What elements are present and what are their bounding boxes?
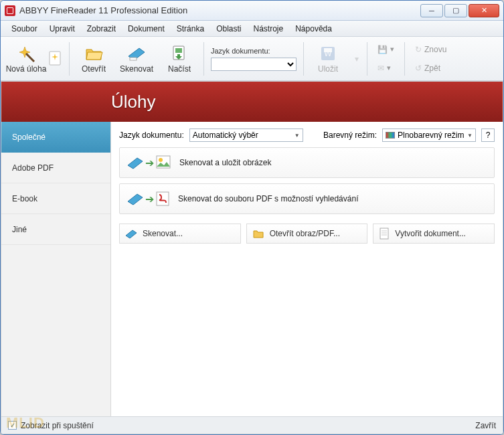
scanner-icon [127, 44, 146, 63]
panel-lang-select[interactable]: Automatický výběr▼ [189, 128, 303, 142]
sidebar-item-label: E-book [12, 194, 37, 203]
menu-oblasti[interactable]: Oblasti [211, 23, 246, 35]
save-icon: W [319, 44, 337, 63]
action-label: Otevřít obraz/PDF... [270, 229, 340, 238]
scanner-icon [127, 190, 144, 207]
load-label: Načíst [168, 64, 191, 74]
arrow-right-icon: ➔ [145, 193, 154, 205]
image-icon [155, 155, 171, 171]
folder-icon [252, 228, 264, 240]
folder-open-icon [84, 44, 103, 63]
lang-select[interactable] [211, 58, 297, 71]
panel-toolbar: Jazyk dokumentu: Automatický výběr▼ Bare… [119, 128, 495, 142]
save-split-1: 💾▾ [373, 41, 399, 58]
pdf-icon [155, 191, 170, 207]
menu-stranka[interactable]: Stránka [171, 23, 209, 35]
save-dropdown: ▾ [349, 39, 364, 78]
undo-button: ↺Zpět [410, 60, 451, 77]
menu-nastroje[interactable]: Nástroje [248, 23, 289, 35]
save-button: W Uložit [307, 39, 349, 78]
wand-icon [17, 44, 35, 63]
open-label: Otevřít [82, 64, 106, 74]
footer: ✓ Zobrazit při spuštění Zavřít [1, 416, 503, 434]
sidebar-item-jine[interactable]: Jiné [1, 214, 110, 245]
task-label: Skenovat do souboru PDF s možností vyhle… [178, 194, 358, 203]
sidebar-item-label: Jiné [12, 225, 27, 234]
disk-icon: 💾 [377, 45, 388, 54]
menu-dokument[interactable]: Dokument [122, 23, 170, 35]
sidebar-item-ebook[interactable]: E-book [1, 183, 110, 214]
load-button[interactable]: Načíst [158, 39, 201, 78]
save-split-2: ✉▾ [373, 60, 399, 77]
menu-soubor[interactable]: Soubor [6, 23, 43, 35]
main-area: Úlohy Společné Adobe PDF E-book Jiné Jaz… [1, 81, 503, 434]
sidebar-item-label: Společné [12, 133, 46, 142]
undo-icon: ↺ [415, 64, 422, 73]
chevron-down-icon: ▼ [467, 133, 473, 139]
close-button[interactable]: ✕ [469, 4, 499, 17]
svg-rect-6 [175, 48, 182, 53]
menu-upravit[interactable]: Upravit [44, 23, 80, 35]
task-scan-save-image[interactable]: ➔ Skenovat a uložit obrázek [119, 147, 495, 178]
page-title: Úlohy [111, 92, 155, 112]
scanner-icon [127, 154, 144, 171]
arrow-right-icon: ➔ [145, 157, 154, 169]
action-vytvorit[interactable]: Vytvořit dokument... [373, 224, 495, 244]
action-label: Skenovat... [143, 229, 183, 238]
new-task-dropdown[interactable] [48, 39, 66, 78]
minimize-button[interactable]: ─ [420, 4, 443, 17]
show-on-start-checkbox[interactable]: ✓ [8, 421, 17, 430]
panel-color-label: Barevný režim: [323, 130, 377, 140]
action-skenovat[interactable]: Skenovat... [119, 224, 241, 244]
menu-napoveda[interactable]: Nápověda [290, 23, 337, 35]
task-label: Skenovat a uložit obrázek [179, 158, 271, 167]
new-task-label: Nová úloha [6, 64, 47, 74]
svg-rect-13 [380, 228, 388, 239]
action-otevrit[interactable]: Otevřít obraz/PDF... [246, 224, 368, 244]
sidebar: Společné Adobe PDF E-book Jiné [1, 122, 111, 416]
window-title: ABBYY FineReader 11 Professional Edition [19, 5, 420, 15]
task-panel: Jazyk dokumentu: Automatický výběr▼ Bare… [111, 122, 503, 416]
menu-zobrazit[interactable]: Zobrazit [82, 23, 121, 35]
show-on-start-label: Zobrazit při spuštění [21, 421, 94, 430]
scan-button[interactable]: Skenovat [115, 39, 158, 78]
help-button[interactable]: ? [481, 128, 495, 142]
menubar: Soubor Upravit Zobrazit Dokument Stránka… [1, 21, 503, 37]
chevron-down-icon: ▼ [295, 133, 300, 139]
color-swatch-icon [386, 132, 395, 139]
sidebar-item-spolecne[interactable]: Společné [1, 122, 110, 153]
maximize-button[interactable]: ▢ [444, 4, 467, 17]
page-sparkle-icon [48, 50, 66, 68]
toolbar: Nová úloha Otevřít Skenovat Načíst [1, 37, 503, 81]
svg-rect-12 [157, 192, 169, 205]
redo-button: ↻Znovu [410, 41, 451, 58]
svg-line-1 [26, 54, 34, 62]
action-label: Vytvořit dokument... [395, 229, 466, 238]
new-task-button[interactable]: Nová úloha [5, 39, 48, 78]
scanner-icon [125, 228, 137, 240]
chevron-down-icon: ▾ [355, 54, 359, 64]
save-label: Uložit [318, 64, 338, 74]
panel-lang-label: Jazyk dokumentu: [119, 130, 184, 140]
redo-icon: ↻ [415, 45, 422, 54]
sidebar-item-label: Adobe PDF [12, 163, 54, 173]
titlebar: ABBYY FineReader 11 Professional Edition… [1, 1, 503, 21]
lang-label: Jazyk dokumentu: [211, 47, 297, 55]
sidebar-item-adobe-pdf[interactable]: Adobe PDF [1, 153, 110, 183]
panel-color-select[interactable]: Plnobarevný režim ▼ [382, 128, 476, 142]
svg-point-11 [159, 158, 163, 162]
close-link[interactable]: Zavřít [475, 421, 496, 430]
task-scan-to-pdf[interactable]: ➔ Skenovat do souboru PDF s možností vyh… [119, 183, 495, 214]
header-band: Úlohy [1, 82, 503, 122]
open-button[interactable]: Otevřít [72, 39, 115, 78]
scan-label: Skenovat [120, 64, 153, 74]
load-icon [170, 44, 189, 63]
mail-icon: ✉ [377, 64, 384, 73]
svg-rect-4 [130, 58, 137, 60]
svg-text:W: W [324, 49, 332, 58]
app-icon [5, 5, 15, 16]
document-icon [379, 228, 390, 240]
